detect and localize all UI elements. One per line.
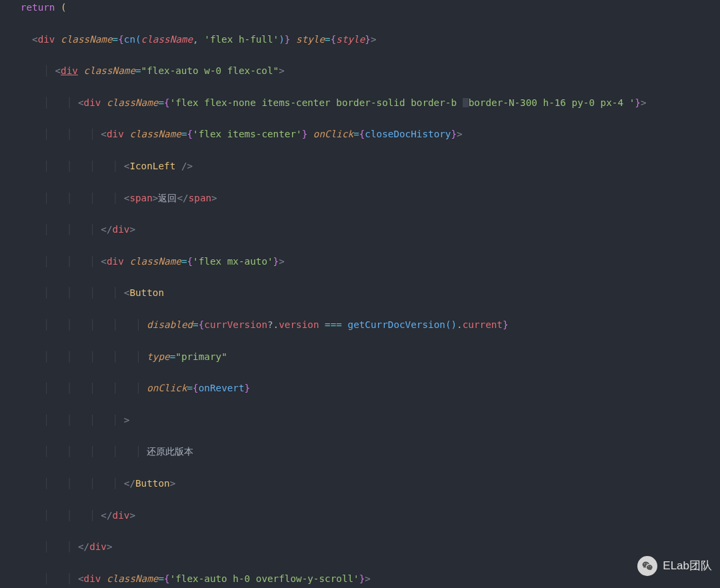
return-keyword: return (21, 2, 55, 13)
text-back: 返回 (158, 193, 177, 203)
jsx-tag-div: div (38, 34, 55, 45)
jsx-component: IconLeft (129, 161, 175, 171)
inline-color-swatch (463, 98, 469, 107)
text-restore: 还原此版本 (147, 446, 193, 457)
watermark: ELab团队 (637, 556, 712, 576)
code-editor[interactable]: return ( <div className={cn(className, '… (0, 0, 720, 588)
wechat-icon (637, 556, 657, 576)
watermark-text: ELab团队 (663, 558, 712, 574)
